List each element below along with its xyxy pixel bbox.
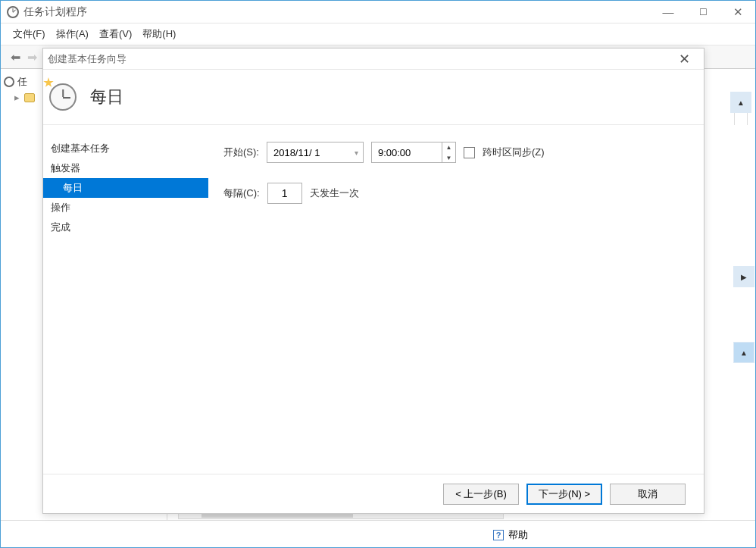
interval-row: 每隔(C): 1 天发生一次	[223, 183, 689, 204]
menu-action[interactable]: 操作(A)	[52, 27, 93, 41]
clock-icon	[7, 6, 19, 18]
menu-help[interactable]: 帮助(H)	[138, 27, 180, 41]
wizard-close-button[interactable]: ✕	[669, 51, 699, 67]
nav-create-basic-task[interactable]: 创建基本任务	[43, 139, 208, 158]
date-dropdown-icon[interactable]: ▾	[355, 149, 358, 157]
main-titlebar: 任务计划程序 — ☐ ✕	[1, 1, 755, 23]
nav-action[interactable]: 操作	[43, 198, 208, 218]
nav-daily[interactable]: 每日	[43, 178, 208, 198]
task-scheduler-window: 任务计划程序 — ☐ ✕ 文件(F) 操作(A) 查看(V) 帮助(H) ⬅ ➡…	[0, 0, 756, 548]
expander-icon[interactable]: ▸	[14, 92, 20, 103]
wizard-titlebar: 创建基本任务向导 ✕	[43, 49, 704, 70]
spin-up-icon[interactable]: ▲	[442, 142, 455, 152]
wizard-step-title: 每日	[90, 86, 123, 108]
start-date-input[interactable]: 2018/11/ 1 ▾	[267, 142, 364, 163]
wizard-body: 创建基本任务 触发器 每日 操作 完成 开始(S): 2018/11/ 1 ▾ …	[43, 124, 704, 474]
time-spinner[interactable]: ▲ ▼	[442, 142, 455, 163]
interval-label: 每隔(C):	[223, 186, 260, 200]
status-bar: ? 帮助	[1, 520, 755, 547]
menu-view[interactable]: 查看(V)	[95, 27, 136, 41]
scroll-up-2-button[interactable]: ▲	[733, 342, 754, 363]
main-title: 任务计划程序	[23, 5, 87, 19]
help-label[interactable]: 帮助	[508, 528, 528, 542]
right-actions-scroll: ▲	[727, 92, 754, 125]
wizard-title: 创建基本任务向导	[48, 52, 127, 66]
expand-right-button[interactable]: ▶	[733, 266, 754, 287]
sync-timezone-checkbox[interactable]	[464, 147, 475, 158]
wizard-header: 每日	[43, 70, 704, 124]
sync-timezone-label: 跨时区同步(Z)	[483, 146, 545, 159]
new-star-icon	[43, 77, 54, 88]
start-label: 开始(S):	[223, 146, 259, 159]
menu-file[interactable]: 文件(F)	[8, 27, 50, 41]
clock-icon	[49, 83, 77, 111]
spin-down-icon[interactable]: ▼	[442, 152, 455, 163]
wizard-buttons: < 上一步(B) 下一步(N) > 取消	[43, 474, 704, 513]
wizard-form: 开始(S): 2018/11/ 1 ▾ 9:00:00 ▲ ▼ 跨时区同步(	[208, 125, 704, 474]
nav-trigger[interactable]: 触发器	[43, 158, 208, 178]
maximize-button[interactable]: ☐	[686, 1, 720, 23]
start-row: 开始(S): 2018/11/ 1 ▾ 9:00:00 ▲ ▼ 跨时区同步(	[223, 142, 689, 163]
fwd-arrow-button[interactable]: ➡	[23, 49, 40, 65]
scroll-up-button[interactable]: ▲	[730, 92, 751, 113]
nav-finish[interactable]: 完成	[43, 218, 208, 237]
tree-root-label: 任	[17, 75, 27, 89]
next-button[interactable]: 下一步(N) >	[526, 484, 602, 505]
window-controls: — ☐ ✕	[651, 1, 755, 23]
back-button[interactable]: < 上一步(B)	[443, 484, 519, 505]
start-time-value: 9:00:00	[378, 147, 411, 158]
close-button[interactable]: ✕	[720, 1, 755, 23]
clock-icon	[4, 77, 14, 87]
help-icon: ?	[493, 530, 504, 540]
back-arrow-button[interactable]: ⬅	[7, 49, 23, 65]
folder-icon	[24, 93, 35, 102]
create-basic-task-wizard: 创建基本任务向导 ✕ 每日 创建基本任务 触发器 每日 操作 完成 开始(S):	[42, 48, 704, 514]
start-date-value: 2018/11/ 1	[273, 147, 320, 158]
menu-bar: 文件(F) 操作(A) 查看(V) 帮助(H)	[1, 23, 755, 45]
cancel-button[interactable]: 取消	[610, 484, 686, 505]
minimize-button[interactable]: —	[651, 1, 686, 23]
start-time-input[interactable]: 9:00:00 ▲ ▼	[371, 142, 456, 163]
interval-input[interactable]: 1	[267, 183, 302, 204]
wizard-nav: 创建基本任务 触发器 每日 操作 完成	[43, 125, 208, 474]
interval-suffix: 天发生一次	[310, 186, 359, 200]
